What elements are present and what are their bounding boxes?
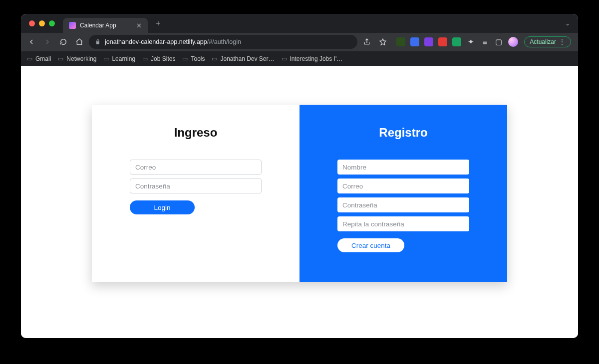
forward-button[interactable] xyxy=(41,35,54,48)
reading-list-icon[interactable]: ≡ xyxy=(480,38,489,46)
auth-card: Ingreso Login Registro Crear cuenta xyxy=(92,105,507,282)
close-tab-icon[interactable]: ✕ xyxy=(136,22,142,29)
fullscreen-window-icon[interactable] xyxy=(49,20,55,26)
profile-avatar[interactable] xyxy=(508,37,518,47)
extension-icon[interactable] xyxy=(424,37,433,46)
login-submit-button[interactable]: Login xyxy=(130,200,195,214)
extension-icon[interactable] xyxy=(452,37,461,46)
extension-icon[interactable] xyxy=(438,37,447,46)
new-tab-button[interactable]: + xyxy=(152,17,165,30)
folder-icon: ▭ xyxy=(182,55,188,62)
login-heading: Ingreso xyxy=(130,126,262,140)
update-label: Actualizar xyxy=(530,38,556,45)
register-password-input[interactable] xyxy=(337,197,469,212)
page-viewport: Ingreso Login Registro Crear cuenta xyxy=(21,66,578,338)
bookmark-item[interactable]: ▭Interesting Jobs I'… xyxy=(282,55,343,62)
register-name-input[interactable] xyxy=(337,160,469,175)
back-button[interactable] xyxy=(25,35,38,48)
browser-tab[interactable]: Calendar App ✕ xyxy=(63,18,148,33)
bookmark-star-button[interactable] xyxy=(376,35,389,48)
favicon-icon xyxy=(69,22,76,29)
reload-button[interactable] xyxy=(57,35,70,48)
login-email-input[interactable] xyxy=(130,160,262,175)
bookmark-item[interactable]: ▭Gmail xyxy=(27,55,51,62)
bookmark-item[interactable]: ▭Learning xyxy=(103,55,135,62)
bookmark-item[interactable]: ▭Tools xyxy=(182,55,205,62)
update-button[interactable]: Actualizar ⋮ xyxy=(524,36,571,47)
bookmark-label: Jonathan Dev Ser… xyxy=(220,55,274,62)
folder-icon: ▭ xyxy=(103,55,109,62)
login-panel: Ingreso Login xyxy=(92,105,300,282)
menu-dots-icon: ⋮ xyxy=(559,38,566,45)
login-password-input[interactable] xyxy=(130,179,262,193)
folder-icon: ▭ xyxy=(27,55,32,62)
bookmark-item[interactable]: ▭Jonathan Dev Ser… xyxy=(212,55,274,62)
tab-title: Calendar App xyxy=(80,22,132,29)
address-bar[interactable]: jonathandev-calendar-app.netlify.app/#/a… xyxy=(89,35,357,49)
bookmark-label: Job Sites xyxy=(151,55,175,62)
folder-icon: ▭ xyxy=(212,55,217,62)
close-window-icon[interactable] xyxy=(29,20,35,26)
bookmarks-bar: ▭Gmail ▭Networking ▭Learning ▭Job Sites … xyxy=(21,51,578,66)
url-text: jonathandev-calendar-app.netlify.app/#/a… xyxy=(105,38,241,45)
extensions-group: ✦ ≡ ▢ xyxy=(396,37,518,47)
bookmark-label: Interesting Jobs I'… xyxy=(290,55,343,62)
url-host: jonathandev-calendar-app.netlify.app xyxy=(105,38,207,45)
folder-icon: ▭ xyxy=(142,55,148,62)
home-button[interactable] xyxy=(73,35,86,48)
register-submit-button[interactable]: Crear cuenta xyxy=(337,238,404,252)
bookmark-item[interactable]: ▭Networking xyxy=(58,55,96,62)
bookmark-label: Learning xyxy=(112,55,135,62)
folder-icon: ▭ xyxy=(282,55,287,62)
register-password2-input[interactable] xyxy=(337,216,469,231)
extensions-menu-icon[interactable]: ✦ xyxy=(466,37,475,46)
window-controls xyxy=(29,20,55,26)
register-heading: Registro xyxy=(337,126,469,140)
tabs-overflow-icon[interactable]: ⌄ xyxy=(565,20,570,27)
browser-window: Calendar App ✕ + ⌄ jonathandev-calendar-… xyxy=(21,14,578,338)
bookmark-label: Networking xyxy=(66,55,96,62)
bookmark-label: Tools xyxy=(191,55,205,62)
bookmark-item[interactable]: ▭Job Sites xyxy=(142,55,175,62)
lock-icon xyxy=(95,39,101,45)
register-panel: Registro Crear cuenta xyxy=(300,105,507,282)
share-button[interactable] xyxy=(360,35,373,48)
folder-icon: ▭ xyxy=(58,55,63,62)
panel-icon[interactable]: ▢ xyxy=(494,37,503,46)
bookmark-label: Gmail xyxy=(35,55,51,62)
url-path: /#/auth/login xyxy=(207,38,241,45)
minimize-window-icon[interactable] xyxy=(39,20,45,26)
tab-bar: Calendar App ✕ + ⌄ xyxy=(21,14,578,33)
register-email-input[interactable] xyxy=(337,179,469,193)
extension-icon[interactable] xyxy=(410,37,419,46)
toolbar: jonathandev-calendar-app.netlify.app/#/a… xyxy=(21,33,578,51)
extension-icon[interactable] xyxy=(396,37,405,46)
